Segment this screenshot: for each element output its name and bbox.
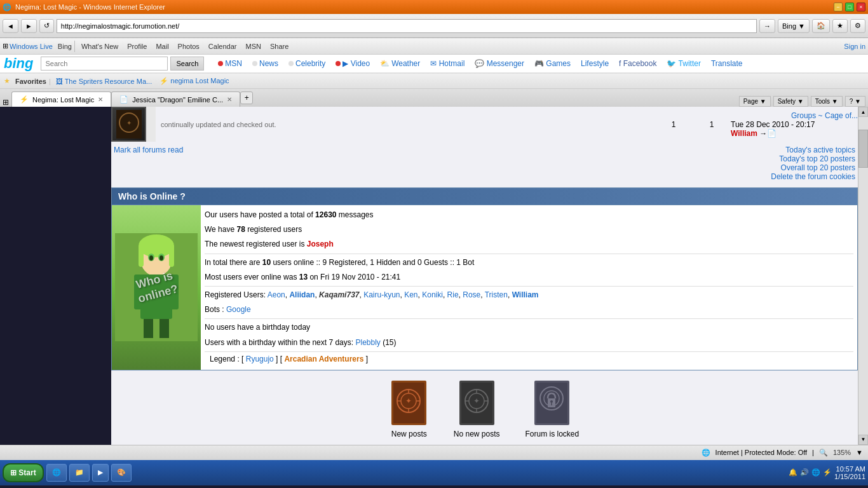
user-koniki-link[interactable]: Koniki [422,290,443,299]
top20-today-link[interactable]: Today's top 20 posters [771,154,855,163]
photos-btn[interactable]: Photos [174,41,203,51]
forward-button[interactable]: ► [21,19,37,33]
who-is-online-text: Our users have posted a total of 12630 m… [201,205,857,370]
share-btn[interactable]: Share [266,41,292,51]
last-post-user[interactable]: William [731,129,757,138]
bing-celebrity-link[interactable]: Celebrity [285,59,329,68]
profile-btn[interactable]: Profile [123,41,151,51]
maximize-button[interactable]: □ [845,3,854,11]
tab-negima[interactable]: ⚡ Negima: Lost Magic ✕ [11,92,111,107]
start-button[interactable]: ⊞ Start [3,463,44,482]
forum-actions: Mark all forums read Today's active topi… [111,142,858,185]
safety-button[interactable]: Safety ▼ [773,96,808,107]
registered-users-list-line: Registered Users: Aeon, Aliidan, Kaqami7… [205,289,853,301]
user-rose-link[interactable]: Rose [463,290,480,299]
bing-hotmail-link[interactable]: ✉ Hotmail [426,59,468,68]
page-button[interactable]: Page ▼ [739,96,771,107]
windows-icon: ⊞ [10,468,17,477]
globe-icon: 🌐 [702,449,710,457]
go-button[interactable]: → [759,19,775,33]
google-bot-link[interactable]: Google [226,305,251,314]
favorite-negima[interactable]: ⚡ negima Lost Magic [157,77,231,85]
home-button[interactable]: 🏠 [812,19,830,33]
calendar-btn[interactable]: Calendar [205,41,241,51]
favorites-button[interactable]: ★ [832,19,848,33]
close-button[interactable]: × [857,3,865,11]
bing-search-input[interactable] [41,57,168,71]
tab-jessica[interactable]: 📄 Jessica "Dragon" Emiline C... ✕ [111,92,240,107]
svg-point-15 [149,255,153,261]
sign-in-button[interactable]: Sign in [844,43,865,50]
scroll-track[interactable] [858,117,868,435]
zoom-dropdown-icon[interactable]: ▼ [856,449,863,456]
taskbar-ie-icon[interactable]: 🌐 [46,464,67,482]
back-button[interactable]: ◄ [3,19,18,33]
minimize-button[interactable]: − [834,3,843,11]
user-tristen-link[interactable]: Tristen [485,290,508,299]
address-input[interactable] [57,19,757,33]
search-addon-button[interactable]: Bing ▼ [778,19,810,33]
taskbar-explorer[interactable]: 📁 [69,464,90,482]
who-is-online-section: Who is Online ? [111,187,858,370]
bing-facebook-link[interactable]: f Facebook [615,59,660,68]
bing-msn-link[interactable]: MSN [214,59,246,68]
page-tools: Page ▼ Safety ▼ Tools ▼ ? ▼ [739,96,865,107]
forum-icon-cell: ✦ [111,107,156,142]
groups-link[interactable]: Groups ~ Cage of... [731,111,858,120]
content-area: ✦ continually updated and checked out. 1… [0,107,868,445]
zoom-level: 135% [833,449,851,456]
msn-btn[interactable]: MSN [241,41,264,51]
svg-rect-9 [159,319,169,338]
user-kairu-link[interactable]: Kairu-kyun [363,290,400,299]
taskbar-media[interactable]: ▶ [92,464,109,482]
scrollbar[interactable]: ▲ ▼ [858,107,868,445]
user-aliidan-link[interactable]: Aliidan [289,290,315,299]
top20-overall-link[interactable]: Overall top 20 posters [771,163,855,172]
new-posts-svg: ✦ [391,381,426,425]
scroll-down-button[interactable]: ▼ [858,435,868,445]
last-post-cell: Groups ~ Cage of... Tue 28 Dec 2010 - 20… [731,107,858,142]
birthday-user-link[interactable]: Plebbly [355,338,380,347]
user-william-link[interactable]: William [512,290,539,299]
bing-search-button[interactable]: Search [170,57,204,71]
tools-button[interactable]: ⚙ [850,19,865,33]
bing-news-link[interactable]: News [248,59,282,68]
scroll-thumb[interactable] [858,130,868,168]
help-button[interactable]: ? ▼ [845,96,865,107]
scroll-up-button[interactable]: ▲ [858,107,868,117]
refresh-button[interactable]: ↺ [39,19,54,33]
taskbar-paint[interactable]: 🎨 [111,464,132,482]
whats-new-btn[interactable]: What's New [78,41,122,51]
clock-time: 10:57 AM [834,465,865,473]
new-tab-button[interactable]: + [240,92,253,104]
bing-video-link[interactable]: ▶ Video [332,59,374,68]
tab-switcher[interactable]: ⊞ [3,98,9,107]
bing-games-link[interactable]: 🎮 Games [531,59,574,68]
favorite-spriters[interactable]: 🖼 The Spriters Resource Ma... [53,78,154,85]
newest-user-link[interactable]: Joseph [307,240,334,248]
user-kaqami-link[interactable]: Kaqami737 [319,290,359,299]
user-rie-link[interactable]: Rie [447,290,459,299]
tools-page-button[interactable]: Tools ▼ [811,96,843,107]
mark-forums-read-link[interactable]: Mark all forums read [114,146,183,181]
bottom-icons-section: ✦ New posts ✦ [111,373,858,445]
legend-group1-link[interactable]: Ryugujo [246,355,274,363]
forum-icon: ✦ [111,107,146,142]
svg-point-16 [159,255,163,261]
bing-weather-link[interactable]: ⛅ Weather [376,59,424,68]
tab-jessica-close[interactable]: ✕ [227,96,232,103]
mail-btn[interactable]: Mail [152,41,172,51]
todays-active-topics-link[interactable]: Today's active topics [771,146,855,154]
title-bar-buttons: − □ × [834,3,865,11]
bing-lifestyle-link[interactable]: Lifestyle [577,59,613,68]
bing-twitter-link[interactable]: 🐦 Twitter [663,59,704,68]
delete-cookies-link[interactable]: Delete the forum cookies [771,172,855,181]
user-aeon-link[interactable]: Aeon [268,290,285,299]
tab-negima-close[interactable]: ✕ [98,96,103,103]
user-ken-link[interactable]: Ken [404,290,417,299]
legend-group2-link[interactable]: Arcadian Adventurers [284,355,363,363]
bing-messenger-link[interactable]: 💬 Messenger [471,59,528,68]
character-illustration [112,205,201,370]
favorites-bar: ★ Favorites | 🖼 The Spriters Resource Ma… [0,74,868,89]
bing-translate-link[interactable]: Translate [707,59,747,68]
